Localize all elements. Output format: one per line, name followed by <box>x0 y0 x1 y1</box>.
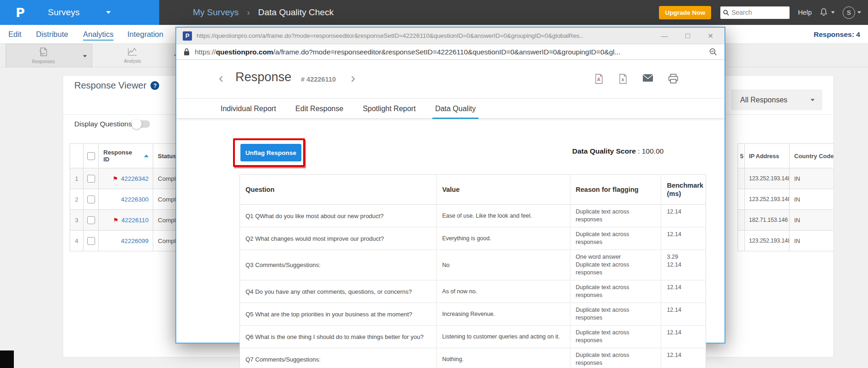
country-code-cell: IN <box>790 189 834 209</box>
all-responses-label: All Responses <box>740 96 787 104</box>
help-link[interactable]: Help <box>798 9 812 16</box>
response-id-label: # 42226110 <box>301 76 336 83</box>
notifications-menu[interactable] <box>819 7 835 18</box>
chevron-down-icon <box>831 12 835 14</box>
quality-table-row: Q2 What changes would most improve our p… <box>240 227 706 250</box>
reason-cell: Duplicate text across responses <box>570 280 662 303</box>
row-number: 4 <box>70 231 84 251</box>
row-checkbox[interactable] <box>87 237 95 245</box>
response-id-link[interactable]: 42226342 <box>121 175 149 182</box>
responses-count: Responses: 4 <box>814 25 860 44</box>
close-icon[interactable]: ✕ <box>707 31 713 41</box>
window-title-bar[interactable]: P https://questionpro.com/a/frame.do?mod… <box>176 28 724 44</box>
question-cell: Q4 Do you have any other comments, quest… <box>240 280 437 303</box>
quality-table: Question Value Reason for flagging Bench… <box>239 174 706 368</box>
response-editor-window: P https://questionpro.com/a/frame.do?mod… <box>175 27 725 344</box>
benchmark-cell: 12.14 <box>661 227 706 249</box>
next-response-icon[interactable]: › <box>351 70 355 86</box>
row-number: 2 <box>70 189 84 209</box>
reason-cell: Duplicate text across responses <box>570 326 662 348</box>
product-switcher[interactable]: P Surveys <box>0 0 159 25</box>
chevron-down-icon <box>106 11 111 14</box>
top-bar: P Surveys My Surveys › Data Quality Chec… <box>0 0 868 25</box>
product-name: Surveys <box>48 7 80 18</box>
help-icon[interactable]: ? <box>150 81 159 90</box>
breadcrumb-my-surveys[interactable]: My Surveys <box>193 7 239 18</box>
row-checkbox[interactable] <box>87 216 95 224</box>
question-cell: Q2 What changes would most improve our p… <box>240 227 437 249</box>
minimize-icon[interactable]: — <box>661 31 668 41</box>
value-cell: Listening to customer queries and acting… <box>437 326 570 348</box>
row-checkbox[interactable] <box>87 196 95 203</box>
value-cell: Ease of use. Like the look and feel. <box>437 205 570 227</box>
tab-edit[interactable]: Edit <box>8 25 21 44</box>
ip-address-cell: 123.252.193.148 <box>745 189 790 209</box>
previous-response-icon[interactable]: ‹ <box>219 70 223 86</box>
column-ip-address: IP Address <box>745 144 790 168</box>
quality-table-row: Q1 QWhat do you like most about our new … <box>240 205 706 227</box>
quality-table-row: Q5 What are the top priorities in your b… <box>240 303 706 326</box>
toolbar-analysis-button[interactable]: Analysis <box>93 44 183 67</box>
page-title: Response Viewer <box>74 80 146 91</box>
response-id-link[interactable]: 42226300 <box>121 196 149 203</box>
score-label: Data Quality Score <box>572 147 636 155</box>
display-questions-toggle[interactable] <box>132 120 150 128</box>
response-id-link[interactable]: 42226099 <box>121 237 149 244</box>
reason-cell: Duplicate text across responses <box>570 348 662 368</box>
svg-text:x: x <box>622 77 624 82</box>
tab-distribute[interactable]: Distribute <box>36 25 68 44</box>
search-input[interactable] <box>731 6 788 19</box>
toolbar-responses-button[interactable]: Responses <box>6 44 92 67</box>
tab-spotlight-report[interactable]: Spotlight Report <box>363 99 416 119</box>
table-row: 123.252.193.148 IN <box>738 168 834 189</box>
column-benchmark: Benchmark (ms) <box>661 175 706 204</box>
upgrade-now-button[interactable]: Upgrade Now <box>659 6 711 19</box>
table-row: 182.71.153.146 IN <box>738 209 834 230</box>
svg-text:A: A <box>597 77 600 82</box>
sort-ascending-icon[interactable] <box>144 154 149 157</box>
tab-analytics[interactable]: Analytics <box>83 25 114 44</box>
value-cell: Nothing. <box>437 348 570 368</box>
excel-export-icon[interactable]: x <box>618 74 628 84</box>
question-cell: Q3 Comments/Suggestions: <box>240 250 437 280</box>
tab-integration[interactable]: Integration <box>127 25 163 44</box>
all-responses-dropdown[interactable]: All Responses <box>731 89 822 110</box>
row-checkbox[interactable] <box>87 175 95 183</box>
bell-icon <box>819 7 828 18</box>
quality-table-row: Q6 What is the one thing I should do to … <box>240 326 706 348</box>
account-menu[interactable]: S <box>843 6 862 19</box>
tab-data-quality[interactable]: Data Quality <box>435 99 476 119</box>
maximize-icon[interactable]: □ <box>685 31 690 41</box>
question-cell: Q1 QWhat do you like most about our new … <box>240 205 437 227</box>
question-cell: Q7 Comments/Suggestions: <box>240 348 437 368</box>
table-row: 123.252.193.148 IN <box>738 189 834 209</box>
country-code-cell: IN <box>790 231 834 251</box>
zoom-out-icon[interactable] <box>709 48 717 56</box>
table-row: 123.252.193.148 IN <box>738 230 834 251</box>
value-cell: No <box>437 250 570 280</box>
pdf-export-icon[interactable]: A <box>594 74 604 84</box>
reason-cell: Duplicate text across responses <box>570 303 662 325</box>
responses-table-right: 5 IP Address Country Code 123.252.193.14… <box>737 143 834 251</box>
row-number: 1 <box>70 168 84 189</box>
reason-cell: Duplicate text across responses <box>570 227 662 249</box>
chevron-down-icon <box>857 12 861 14</box>
questionpro-favicon: P <box>183 31 192 41</box>
country-code-cell: IN <box>790 210 834 230</box>
unflag-response-button[interactable]: Unflag Response <box>240 144 301 161</box>
response-id-link[interactable]: 42226110 <box>121 217 149 224</box>
tab-individual-report[interactable]: Individual Report <box>221 99 276 119</box>
reason-cell: Duplicate text across responses <box>570 205 662 227</box>
highlight-annotation: Unflag Response <box>233 138 305 167</box>
select-all-checkbox[interactable] <box>87 152 95 160</box>
row-number: 3 <box>70 210 84 230</box>
column-partial: 5 <box>738 144 745 168</box>
address-url: https://questionpro.com/a/frame.do?mode=… <box>195 48 709 56</box>
chevron-down-icon <box>811 99 815 101</box>
email-icon[interactable] <box>642 74 653 82</box>
question-cell: Q5 What are the top priorities in your b… <box>240 303 437 325</box>
print-icon[interactable] <box>668 74 678 83</box>
tab-edit-response[interactable]: Edit Response <box>295 99 343 119</box>
reason-cell: One word answer Duplicate text across re… <box>570 250 662 280</box>
chevron-down-icon[interactable] <box>83 55 87 58</box>
